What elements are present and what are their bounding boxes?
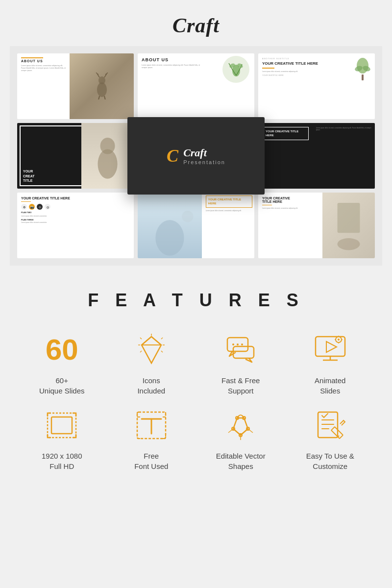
feature-unique-slides: 60 60+Unique Slides — [20, 330, 104, 396]
slide-3: ANOTHER SUBTITLE YOUR CREATIVE TITLE HER… — [258, 53, 375, 119]
full-hd-icon — [42, 406, 81, 445]
svg-rect-36 — [316, 337, 345, 356]
features-title: F E A T U R E S — [20, 290, 372, 311]
slide-8: YOUR CREATIVE TITLE HERE Lorem ipsum dol… — [138, 193, 254, 258]
svg-line-22 — [142, 337, 151, 345]
svg-marker-39 — [326, 342, 337, 352]
svg-point-16 — [155, 220, 184, 256]
feature-animated-slides: AnimatedSlides — [288, 330, 373, 396]
svg-point-35 — [241, 343, 243, 345]
unique-slides-label: 60+Unique Slides — [39, 375, 85, 396]
slide3-text: Lorem ipsum dolor sit amet, consectetur … — [262, 71, 322, 73]
svg-rect-47 — [51, 417, 72, 434]
slide8-text: Lorem ipsum dolor sit amet, consectetur … — [206, 210, 252, 212]
easy-customize-icon — [311, 406, 350, 445]
svg-line-23 — [151, 337, 161, 345]
feature-easy-customize: Easy To Use &Customize — [288, 406, 373, 471]
animated-slides-icon — [311, 330, 350, 369]
slide-2: ABOUT US Lorem ipsum dolor sit amet, con… — [138, 53, 254, 119]
svg-point-33 — [232, 343, 234, 345]
center-brand: Craft Presentation — [183, 147, 225, 165]
slide1-label: ABOUT US — [21, 57, 43, 63]
features-grid: 60 60+Unique Slides — [20, 330, 372, 471]
center-logo: C Craft Presentation — [167, 146, 225, 166]
feature-fast-support: Fast & FreeSupport — [198, 330, 283, 396]
svg-rect-32 — [233, 346, 254, 358]
icons-included-icon — [132, 330, 171, 369]
slide-1: ABOUT US Lorem ipsum dolor sit amet, con… — [17, 53, 134, 119]
feature-icons-included: IconsIncluded — [109, 330, 194, 396]
svg-line-65 — [248, 429, 253, 433]
slide6-text: Lorem ipsum dolor sit amet, consectetur … — [316, 127, 372, 131]
slide4-title: YOURCREATTITLE — [23, 169, 35, 182]
center-brand-sub: Presentation — [183, 159, 225, 165]
feature-free-font: FreeFont Used — [109, 406, 194, 471]
svg-point-12 — [100, 138, 115, 154]
svg-rect-18 — [338, 203, 360, 233]
slide-9: YOUR CREATIVETITLE HERE Lorem ipsum dolo… — [258, 193, 375, 258]
center-brand-name: Craft — [183, 147, 225, 159]
svg-point-0 — [97, 82, 107, 97]
fast-support-label: Fast & FreeSupport — [221, 375, 260, 396]
unique-slides-icon: 60 — [42, 330, 81, 369]
slide8-title: YOUR CREATIVE TITLE HERE — [208, 198, 250, 206]
slide-4: YOURCREATTITLE — [17, 123, 134, 189]
slide6-title: YOUR CREATIVE TITLE HERE — [266, 129, 305, 138]
slide7-plan2: PLAN TWO — [21, 211, 130, 214]
features-section: F E A T U R E S 60 60+Unique Slides — [10, 280, 382, 486]
svg-point-17 — [182, 211, 193, 222]
slide-7: YOUR CREATIVE TITLE HERE ⚙ 📷 ⊙ ◎ PLAN TW… — [17, 193, 134, 258]
header: Craft — [0, 0, 392, 46]
fast-support-icon — [221, 330, 260, 369]
vector-shapes-label: Editable VectorShapes — [216, 451, 266, 471]
svg-line-28 — [140, 338, 142, 339]
logo: Craft — [172, 14, 220, 37]
slides-number: 60 — [46, 335, 78, 365]
svg-line-64 — [228, 429, 233, 433]
free-font-label: FreeFont Used — [134, 451, 168, 471]
slide2-text: Lorem ipsum dolor sit amet, consectetur … — [142, 64, 201, 69]
svg-line-25 — [161, 338, 163, 339]
svg-point-19 — [338, 238, 360, 250]
icons-included-label: IconsIncluded — [137, 375, 165, 396]
svg-marker-20 — [142, 337, 161, 363]
svg-point-41 — [338, 339, 340, 341]
slides-preview: ABOUT US Lorem ipsum dolor sit amet, con… — [10, 46, 382, 266]
svg-line-3 — [104, 96, 105, 99]
svg-line-27 — [161, 351, 163, 352]
vector-shapes-icon — [221, 406, 260, 445]
svg-point-1 — [98, 76, 105, 84]
feature-vector-shapes: Editable VectorShapes — [198, 406, 283, 471]
svg-point-34 — [237, 343, 239, 345]
center-c-letter: C — [167, 146, 178, 166]
slide1-text: Lorem ipsum dolor sit amet, consectetur … — [21, 65, 67, 72]
full-hd-label: 1920 x 1080Full HD — [42, 451, 82, 471]
slide-6: YOUR CREATIVE TITLE HERE Lorem ipsum dol… — [258, 123, 375, 189]
svg-rect-7 — [362, 74, 364, 80]
free-font-icon — [132, 406, 171, 445]
animated-slides-label: AnimatedSlides — [315, 375, 345, 396]
easy-customize-label: Easy To Use &Customize — [306, 451, 354, 471]
svg-line-2 — [98, 96, 99, 99]
center-overlay: C Craft Presentation — [127, 117, 265, 195]
feature-full-hd: 1920 x 1080Full HD — [20, 406, 104, 471]
slide3-title: YOUR CREATIVE TITLE HERE — [262, 61, 322, 66]
svg-line-30 — [140, 351, 142, 352]
slide7-title: YOUR CREATIVE TITLE HERE — [21, 196, 130, 200]
